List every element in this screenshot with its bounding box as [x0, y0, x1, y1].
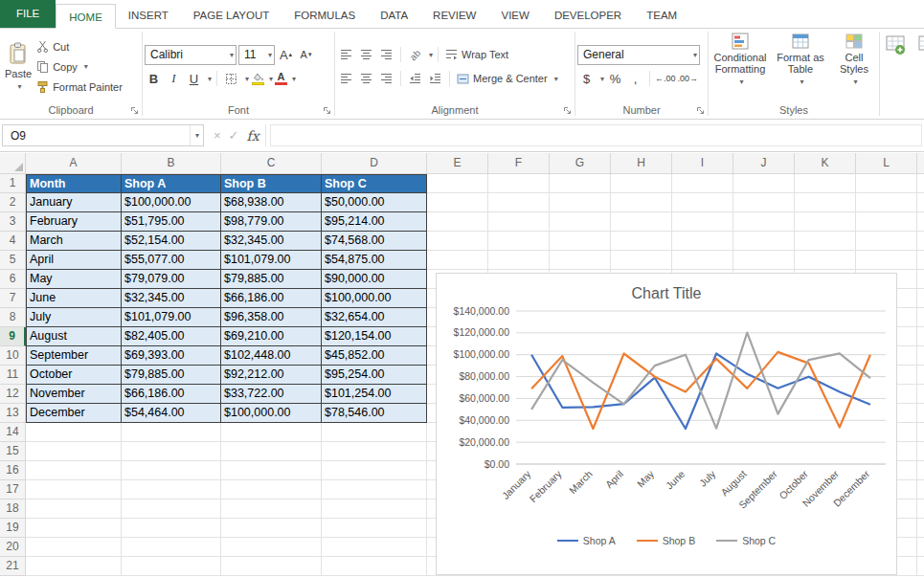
- chart[interactable]: Chart Title $0.00$20,000.00$40,000.00$60…: [436, 273, 897, 575]
- row-header-11[interactable]: 11: [0, 366, 26, 385]
- cell-D6[interactable]: $90,000.00: [322, 270, 427, 289]
- cell-overflow-9[interactable]: [917, 327, 924, 346]
- cell-D11[interactable]: $95,254.00: [322, 366, 427, 385]
- cell-C11[interactable]: $92,212.00: [221, 366, 322, 385]
- cell-B6[interactable]: $79,079.00: [122, 270, 221, 289]
- cell-B18[interactable]: [122, 499, 221, 519]
- insert-function-icon[interactable]: fx: [247, 128, 259, 144]
- cell-C15[interactable]: [221, 442, 322, 461]
- row-header-17[interactable]: 17: [0, 480, 26, 499]
- cell-J1[interactable]: [733, 174, 795, 193]
- underline-dropdown-icon[interactable]: ▾: [208, 75, 212, 83]
- select-all-corner[interactable]: [0, 153, 26, 174]
- align-top-button[interactable]: [337, 45, 355, 64]
- cell-G1[interactable]: [550, 174, 611, 193]
- cell-A8[interactable]: July: [26, 308, 122, 327]
- cell-A16[interactable]: [26, 461, 122, 480]
- cell-B21[interactable]: [122, 557, 221, 576]
- cell-C6[interactable]: $79,885.00: [221, 270, 322, 289]
- cell-C7[interactable]: $66,186.00: [221, 289, 322, 308]
- row-header-5[interactable]: 5: [0, 251, 26, 270]
- cell-F3[interactable]: [488, 212, 550, 232]
- comma-style-button[interactable]: ,: [626, 69, 644, 88]
- borders-dropdown-icon[interactable]: ▾: [245, 75, 249, 83]
- col-header-c[interactable]: C: [221, 153, 322, 174]
- cell-J5[interactable]: [733, 251, 795, 270]
- cell-I3[interactable]: [672, 212, 733, 232]
- align-right-button[interactable]: [377, 69, 395, 88]
- align-middle-button[interactable]: [357, 45, 375, 64]
- cell-A15[interactable]: [26, 442, 122, 461]
- cell-G5[interactable]: [550, 251, 611, 270]
- paste-button[interactable]: Paste ▾: [2, 39, 34, 95]
- enter-check-icon[interactable]: ✓: [229, 128, 239, 143]
- cell-B1[interactable]: Shop A: [122, 174, 221, 193]
- cell-C8[interactable]: $96,358.00: [221, 308, 322, 327]
- cell-H5[interactable]: [611, 251, 672, 270]
- tab-formulas[interactable]: FORMULAS: [282, 3, 368, 28]
- cell-A1[interactable]: Month: [26, 174, 122, 193]
- cell-B4[interactable]: $52,154.00: [122, 232, 221, 251]
- cell-F5[interactable]: [488, 251, 550, 270]
- cell-H2[interactable]: [611, 193, 672, 212]
- row-header-2[interactable]: 2: [0, 193, 26, 212]
- cell-A14[interactable]: [26, 423, 122, 442]
- cell-overflow-20[interactable]: [917, 538, 924, 557]
- cell-K5[interactable]: [795, 251, 856, 270]
- cell-I4[interactable]: [672, 232, 733, 251]
- tab-file[interactable]: FILE: [0, 0, 56, 28]
- cell-C9[interactable]: $69,210.00: [221, 327, 322, 346]
- row-header-19[interactable]: 19: [0, 519, 26, 538]
- cell-B10[interactable]: $69,393.00: [122, 346, 221, 366]
- cell-A10[interactable]: September: [26, 346, 122, 366]
- fill-color-button[interactable]: [251, 69, 264, 88]
- cell-D18[interactable]: [322, 499, 427, 519]
- orientation-button[interactable]: ab: [406, 45, 424, 64]
- cell-D10[interactable]: $45,852.00: [322, 346, 427, 366]
- row-header-4[interactable]: 4: [0, 232, 26, 251]
- cell-L3[interactable]: [856, 212, 917, 232]
- cell-overflow-15[interactable]: [917, 442, 924, 461]
- col-header-f[interactable]: F: [488, 153, 550, 174]
- decrease-indent-button[interactable]: [406, 69, 424, 88]
- cell-C5[interactable]: $101,079.00: [221, 251, 322, 270]
- cell-H1[interactable]: [611, 174, 672, 193]
- series-line-shop-c[interactable]: [531, 333, 870, 429]
- col-header-a[interactable]: A: [26, 153, 122, 174]
- font-name-select[interactable]: Calibri ▾: [145, 45, 237, 65]
- cell-overflow-7[interactable]: [917, 289, 924, 308]
- tab-view[interactable]: VIEW: [488, 3, 541, 28]
- col-header-i[interactable]: I: [672, 153, 733, 174]
- align-center-button[interactable]: [357, 69, 375, 88]
- cell-D19[interactable]: [322, 519, 427, 538]
- cell-overflow-6[interactable]: [917, 270, 924, 289]
- cell-B2[interactable]: $100,000.00: [122, 193, 221, 212]
- cell-K3[interactable]: [795, 212, 856, 232]
- conditional-formatting-button[interactable]: Conditional Formatting ▾: [710, 31, 770, 90]
- cell-A5[interactable]: April: [26, 251, 122, 270]
- copy-button[interactable]: Copy ▾: [34, 56, 124, 77]
- cell-A19[interactable]: [26, 519, 122, 538]
- cell-D16[interactable]: [322, 461, 427, 480]
- cell-L2[interactable]: [856, 193, 917, 212]
- cell-B11[interactable]: $79,885.00: [122, 366, 221, 385]
- cell-D14[interactable]: [322, 423, 427, 442]
- cell-D8[interactable]: $32,654.00: [322, 308, 427, 327]
- cell-A11[interactable]: October: [26, 366, 122, 385]
- underline-button[interactable]: U: [185, 69, 203, 88]
- merge-center-button[interactable]: Merge & Center ▾: [455, 69, 560, 89]
- cell-C18[interactable]: [221, 499, 322, 519]
- cell-C13[interactable]: $100,000.00: [221, 404, 322, 423]
- format-as-table-button[interactable]: Format as Table ▾: [774, 31, 827, 90]
- col-header-d[interactable]: D: [322, 153, 427, 174]
- row-header-15[interactable]: 15: [0, 442, 26, 461]
- cell-C12[interactable]: $33,722.00: [221, 385, 322, 404]
- bold-button[interactable]: B: [145, 69, 163, 88]
- cell-E5[interactable]: [427, 251, 488, 270]
- formula-input[interactable]: [270, 124, 922, 146]
- cell-B19[interactable]: [122, 519, 221, 538]
- cell-B7[interactable]: $32,345.00: [122, 289, 221, 308]
- format-painter-button[interactable]: Format Painter: [34, 77, 124, 97]
- cell-A12[interactable]: November: [26, 385, 122, 404]
- col-header-overflow[interactable]: [917, 153, 924, 174]
